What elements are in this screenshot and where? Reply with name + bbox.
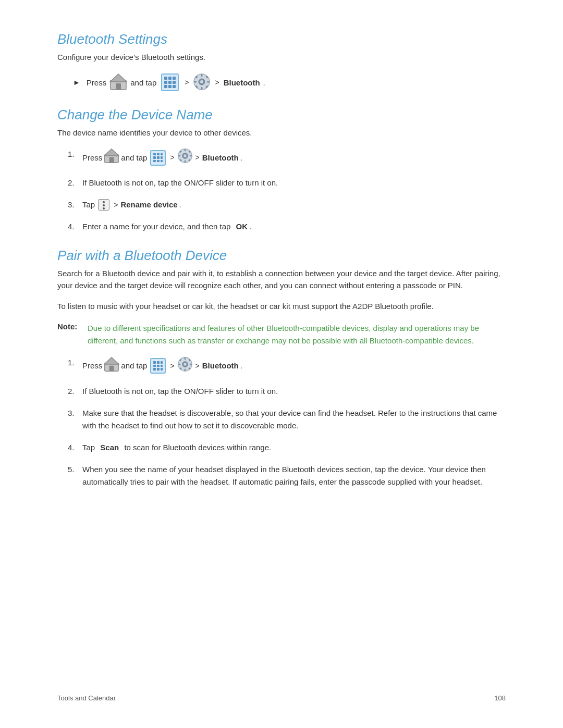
footer-right: 108 [494, 694, 506, 702]
apps-grid-icon [161, 73, 179, 91]
bluetooth-settings-section: Bluetooth Settings Configure your device… [57, 31, 506, 92]
chevron-5: > [114, 199, 118, 211]
period-1: . [263, 78, 265, 87]
svg-point-33 [183, 363, 186, 365]
svg-point-19 [183, 154, 186, 157]
pair-list: 1. Press and tap [68, 356, 506, 488]
pair-step1-and-tap: and tap [121, 360, 147, 372]
chevron-3: > [170, 152, 174, 163]
home-icon-3 [104, 356, 119, 376]
svg-point-5 [200, 80, 203, 83]
chevron-4: > [195, 152, 200, 163]
footer-left: Tools and Calendar [57, 694, 116, 702]
svg-rect-6 [201, 74, 203, 77]
change-step-4: 4. Enter a name for your device, and the… [68, 220, 506, 233]
chevron-2: > [215, 78, 219, 87]
bullet-arrow-icon: ► [73, 78, 80, 87]
settings-icon [193, 73, 211, 92]
pair-bluetooth-section: Pair with a Bluetooth Device Search for … [57, 248, 506, 488]
svg-rect-21 [184, 161, 186, 163]
step4-text: Enter a name for your device, and then t… [82, 220, 230, 233]
svg-marker-29 [104, 357, 119, 364]
step1-press: Press [82, 152, 102, 164]
pair-step4-rest: to scan for Bluetooth devices within ran… [124, 441, 271, 454]
chevron-6: > [170, 360, 174, 372]
chevron-1: > [185, 78, 189, 87]
bluetooth-text-1: Bluetooth [224, 78, 260, 87]
bluetooth-settings-step: ► Press and tap > [73, 73, 506, 92]
svg-rect-30 [109, 365, 114, 371]
change-step-1: 1. Press and tap [68, 148, 506, 167]
home-icon [109, 73, 127, 92]
svg-rect-2 [116, 83, 121, 90]
svg-rect-34 [184, 357, 186, 359]
pair-bluetooth-title: Pair with a Bluetooth Device [57, 248, 506, 264]
note-box: Note: Due to different specifications an… [57, 322, 506, 347]
chevron-7: > [195, 360, 200, 372]
step1-bluetooth: Bluetooth [202, 152, 239, 164]
pair-step2-content: If Bluetooth is not on, tap the ON/OFF s… [82, 385, 278, 398]
note-label: Note: [57, 322, 82, 347]
svg-rect-23 [189, 155, 191, 157]
pair-step1-content: Press and tap > [82, 356, 242, 376]
note-text: Due to different specifications and feat… [88, 322, 506, 347]
step4-content: Enter a name for your device, and then t… [82, 220, 251, 233]
svg-rect-20 [184, 149, 186, 151]
pair-step-1: 1. Press and tap [68, 356, 506, 376]
svg-rect-22 [178, 155, 180, 157]
press-label: Press [87, 78, 106, 87]
settings-icon-3 [177, 356, 193, 376]
pair-step-2: 2. If Bluetooth is not on, tap the ON/OF… [68, 385, 506, 398]
svg-marker-1 [110, 74, 127, 82]
apps-grid-icon-3 [150, 358, 166, 374]
more-options-icon [98, 199, 109, 211]
pair-step1-bluetooth: Bluetooth [202, 360, 239, 372]
change-device-name-title: Change the Device Name [57, 107, 506, 123]
step2-content: If Bluetooth is not on, tap the ON/OFF s… [82, 177, 278, 189]
pair-step4-tap: Tap [82, 441, 95, 454]
svg-marker-15 [104, 149, 119, 156]
footer: Tools and Calendar 108 [0, 694, 563, 702]
apps-grid-icon-2 [150, 150, 166, 166]
bluetooth-settings-desc: Configure your device’s Bluetooth settin… [57, 52, 506, 64]
pair-step-3: 3. Make sure that the headset is discove… [68, 407, 506, 432]
step1-and-tap: and tap [121, 152, 147, 164]
step1-content: Press and tap > [82, 148, 242, 167]
step4-ok: OK [236, 220, 248, 233]
svg-rect-35 [184, 368, 186, 371]
svg-rect-37 [189, 363, 191, 365]
svg-rect-8 [194, 81, 197, 82]
change-step-3: 3. Tap > Rename device . [68, 199, 506, 211]
home-icon-2 [104, 148, 119, 167]
pair-step5-content: When you see the name of your headset di… [82, 463, 506, 488]
pair-step-5: 5. When you see the name of your headset… [68, 463, 506, 488]
step3-content: Tap > Rename device . [82, 199, 181, 211]
step3-rename: Rename device [120, 199, 177, 211]
change-device-name-desc: The device name identifies your device t… [57, 127, 506, 139]
settings-icon-2 [177, 148, 193, 167]
change-device-name-list: 1. Press and tap [68, 148, 506, 233]
pair-step-4: 4. Tap Scan to scan for Bluetooth device… [68, 441, 506, 454]
pair-bluetooth-desc2: To listen to music with your headset or … [57, 301, 506, 313]
svg-rect-36 [178, 363, 180, 365]
change-step-2: 2. If Bluetooth is not on, tap the ON/OF… [68, 177, 506, 189]
pair-step3-content: Make sure that the headset is discoverab… [82, 407, 506, 432]
pair-step4-scan: Scan [100, 441, 119, 454]
svg-rect-7 [201, 87, 203, 90]
and-tap-label: and tap [130, 78, 156, 87]
pair-step1-press: Press [82, 360, 102, 372]
svg-rect-9 [207, 81, 210, 82]
svg-rect-16 [109, 157, 114, 163]
bluetooth-settings-title: Bluetooth Settings [57, 31, 506, 47]
pair-bluetooth-desc1: Search for a Bluetooth device and pair w… [57, 268, 506, 291]
step3-tap: Tap [82, 199, 95, 211]
pair-step4-content: Tap Scan to scan for Bluetooth devices w… [82, 441, 271, 454]
change-device-name-section: Change the Device Name The device name i… [57, 107, 506, 233]
